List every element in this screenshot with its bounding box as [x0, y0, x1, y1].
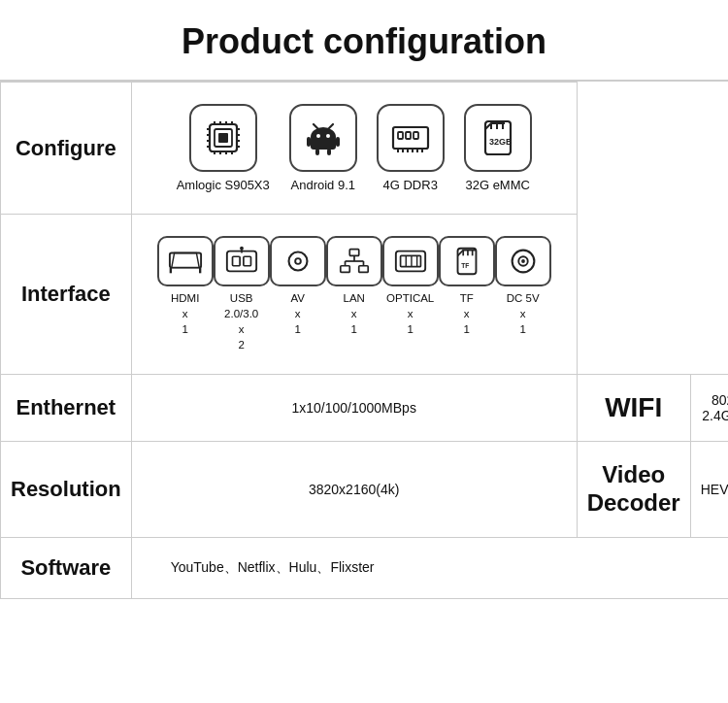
sdcard-icon-box: 32GB: [464, 104, 532, 172]
software-content-cell: YouTube、Netflix、Hulu、Flixster: [131, 537, 728, 598]
svg-line-23: [314, 124, 317, 128]
chip-icon: [201, 116, 246, 160]
android-icon: [301, 116, 346, 160]
resolution-row: Resolution 3820x2160(4k) Video Decoder H…: [1, 442, 729, 538]
hdmi-icon: [168, 245, 203, 278]
wifi-spec: 802.11n 2.4G/5GHz: [701, 392, 728, 423]
resolution-value: 3820x2160(4k): [142, 482, 567, 497]
optical-icon: [393, 245, 428, 278]
svg-rect-30: [398, 132, 403, 139]
ram-icon-item: 4G DDR3: [377, 104, 445, 192]
svg-line-24: [329, 124, 333, 128]
decoder-spec-cell: HEVC/HDR: [690, 442, 728, 538]
usb-item: USB 2.0/3.0 x 2: [214, 236, 270, 352]
svg-rect-28: [336, 137, 340, 147]
svg-point-55: [296, 259, 300, 263]
svg-point-21: [316, 134, 320, 138]
svg-point-52: [240, 247, 244, 251]
interface-content: HDMI x 1 USB 2.0/3.0 x 2: [131, 215, 577, 375]
software-value: YouTube、Netflix、Hulu、Flixster: [151, 559, 728, 577]
android-label: Android 9.1: [291, 178, 356, 192]
ethernet-row: Enthernet 1x10/100/1000MBps WIFI 802.11n…: [1, 375, 729, 442]
svg-rect-31: [406, 132, 411, 139]
configure-label: Configure: [1, 83, 132, 215]
wifi-label: WIFI: [587, 392, 680, 423]
android-icon-box: [289, 104, 357, 172]
sdcard-icon-item: 32GB 32G eMMC: [464, 104, 532, 192]
tf-label: TF x 1: [460, 290, 474, 337]
svg-rect-58: [358, 266, 367, 273]
ram-icon: [388, 116, 433, 160]
av-icon: [281, 245, 315, 278]
lan-item: LAN x 1: [326, 236, 382, 337]
optical-item: OPTICAL x 1: [382, 236, 439, 337]
lan-label: LAN x 1: [343, 290, 364, 337]
sdcard-icon: 32GB: [476, 116, 520, 160]
software-label: Software: [1, 537, 132, 598]
usb-icon: [224, 245, 259, 278]
ram-icon-box: [377, 104, 445, 172]
usb-label: USB 2.0/3.0 x 2: [214, 290, 270, 352]
optical-icon-box: [382, 236, 439, 286]
av-item: AV x 1: [270, 236, 326, 337]
software-row: Software YouTube、Netflix、Hulu、Flixster: [1, 537, 729, 598]
lan-icon: [337, 245, 372, 278]
ethernet-label: Enthernet: [1, 375, 132, 442]
wifi-spec-cell: 802.11n 2.4G/5GHz: [690, 375, 728, 442]
svg-rect-27: [307, 137, 311, 147]
svg-text:TF: TF: [461, 262, 469, 269]
resolution-label: Resolution: [1, 442, 132, 538]
sdcard-label: 32G eMMC: [465, 178, 529, 192]
dc-label: DC 5V x 1: [507, 290, 540, 337]
dc-item: DC 5V x 1: [495, 236, 551, 337]
svg-marker-45: [171, 252, 198, 267]
interface-label: Interface: [1, 215, 132, 375]
decoder-label-cell: Video Decoder: [577, 442, 690, 538]
svg-rect-49: [232, 256, 240, 265]
configure-content: Amlogic S905X3: [131, 83, 577, 215]
hdmi-label: HDMI x 1: [171, 290, 199, 337]
svg-rect-48: [227, 251, 256, 272]
configure-row: Configure: [1, 83, 729, 215]
svg-rect-18: [218, 133, 228, 143]
video-decoder-label: Video Decoder: [587, 461, 680, 518]
ethernet-value: 1x10/100/1000MBps: [142, 400, 567, 416]
svg-rect-26: [327, 149, 331, 155]
svg-point-22: [326, 134, 330, 138]
svg-rect-57: [340, 266, 348, 273]
chip-icon-item: Amlogic S905X3: [177, 104, 270, 192]
ethernet-value-cell: 1x10/100/1000MBps: [131, 375, 577, 442]
chip-label: Amlogic S905X3: [177, 178, 270, 192]
wifi-label-cell: WIFI: [577, 375, 690, 442]
av-icon-box: [270, 236, 326, 286]
tf-icon-box: TF: [439, 236, 495, 286]
svg-rect-50: [244, 256, 251, 265]
lan-icon-box: [326, 236, 382, 286]
ram-label: 4G DDR3: [383, 178, 438, 192]
dc-icon-box: [495, 236, 551, 286]
svg-point-75: [521, 259, 525, 263]
optical-label: OPTICAL x 1: [386, 290, 434, 337]
tf-icon: TF: [449, 245, 484, 278]
interface-row: Interface HDMI x 1: [1, 215, 729, 375]
hdmi-item: HDMI x 1: [157, 236, 214, 337]
svg-rect-56: [349, 250, 358, 256]
resolution-value-cell: 3820x2160(4k): [131, 442, 577, 538]
android-icon-item: Android 9.1: [289, 104, 357, 192]
hdmi-icon-box: [157, 236, 214, 286]
svg-text:32GB: 32GB: [489, 137, 513, 147]
av-label: AV x 1: [290, 290, 305, 337]
page-title: Product configuration: [0, 0, 728, 82]
tf-item: TF TF x 1: [439, 236, 495, 337]
svg-rect-25: [315, 149, 319, 155]
usb-icon-box: [214, 236, 270, 286]
dc-icon: [506, 245, 541, 278]
chip-icon-box: [189, 104, 257, 172]
decoder-spec: HEVC/HDR: [701, 482, 728, 497]
svg-rect-20: [311, 137, 336, 150]
svg-rect-32: [414, 132, 418, 139]
